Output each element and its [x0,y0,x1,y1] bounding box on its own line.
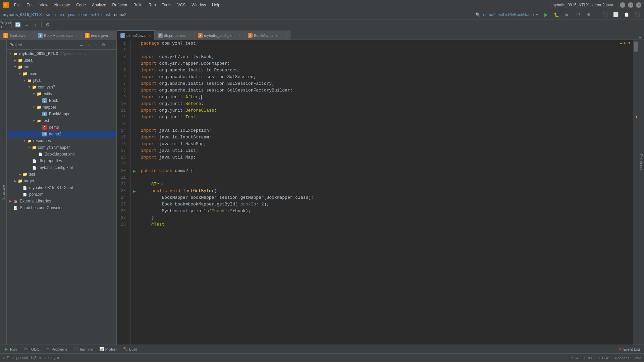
profile-button[interactable]: ⏱ [574,11,582,19]
menu-code[interactable]: Code [73,2,89,8]
menu-window[interactable]: Window [189,2,209,8]
tree-main[interactable]: ▼ 📁 main [7,70,116,77]
minimize-button[interactable]: ─ [620,2,625,8]
toolbar-btn2[interactable]: ≡ [22,21,31,29]
toolbar-gear[interactable]: ⚙ [44,21,52,29]
breadcrumb-java[interactable]: java [68,12,75,17]
menu-file[interactable]: File [11,2,23,8]
status-indent[interactable]: 4 spaces [614,356,629,360]
menu-analyze[interactable]: Analyze [89,2,109,8]
tree-test-src[interactable]: ▶ 📁 test [7,171,116,178]
tree-entity[interactable]: ▼ 📁 entity [7,90,116,97]
toolbar-extra3[interactable]: 📋 [623,11,631,19]
status-position[interactable]: 9:24 [571,356,578,360]
toolbar-extra2[interactable]: ⬜ [612,11,620,19]
tab-book-java[interactable]: J Book.java ✕ [0,31,35,40]
bot-problems-button[interactable]: ⚠ Problems [43,346,70,353]
tab-close-dbprops[interactable]: ✕ [188,34,191,37]
maximize-button[interactable]: □ [628,2,633,8]
code-scrollbar[interactable] [633,40,638,345]
gutter-run-23[interactable]: ▶ [131,188,138,194]
project-header-hide[interactable]: ─ [108,42,114,48]
tree-scratches[interactable]: 📝 Scratches and Consoles [7,204,116,211]
project-header-settings[interactable]: ⚙ [100,42,106,48]
tree-comyzh7-mapper[interactable]: ▼ 📁 com.yzh7.mapper [7,144,116,151]
search-icon[interactable]: 🔍 [475,12,480,17]
tab-mybatis-config[interactable]: X mybatis_config.xml ✕ [195,31,245,40]
toolbar-extra1[interactable]: ⬛ [601,11,609,19]
run-class-icon[interactable]: ▶ [133,168,136,174]
tab-scroll-buttons[interactable]: ▼ [636,36,644,40]
breadcrumb-yzh7[interactable]: yzh7 [91,12,99,17]
breadcrumb-main[interactable]: main [55,12,64,17]
tab-close-demo2[interactable]: ✕ [148,34,151,38]
bot-event-log-button[interactable]: ❷ Event Log [616,346,643,353]
toolbar-minus[interactable]: ─ [52,21,60,29]
menu-vcs[interactable]: VCS [175,2,189,8]
tree-external-libs[interactable]: ▶ 📚 External Libraries [7,198,116,204]
tree-iml[interactable]: 📄 mybatis_0815_KTLX.iml [7,184,116,191]
tab-demo2-java[interactable]: J demo2.java ✕ [117,31,155,40]
close-button[interactable]: ✕ [636,2,641,8]
tab-db-props[interactable]: P db.properties ✕ [155,31,195,40]
tree-book[interactable]: C Book [7,97,116,104]
bot-profiler-button[interactable]: 📊 Profiler [97,346,120,353]
tree-bookmapper-xml[interactable]: 📄 BookMapper.xml [7,151,116,158]
breadcrumb-src[interactable]: src [46,12,51,17]
scrollbar-thumb[interactable] [634,42,638,52]
code-content[interactable]: package com.yzh7.test; import com.yzh7.e… [138,40,633,345]
menu-navigate[interactable]: Navigate [52,2,73,8]
bot-build-button[interactable]: 🔨 Build [120,346,140,353]
menu-refactor[interactable]: Refactor [110,2,130,8]
bot-run-button[interactable]: ▶ Run [1,346,19,353]
breadcrumb-com[interactable]: com [79,12,87,17]
toolbar-project[interactable]: Project ▼ [1,21,9,29]
tree-target[interactable]: ▶ 📁 target [7,178,116,184]
menu-edit[interactable]: Edit [24,2,36,8]
menu-help[interactable]: Help [209,2,223,8]
tab-close-demo[interactable]: ✕ [111,34,113,37]
status-charset[interactable]: UTF-8 [599,356,609,360]
menu-view[interactable]: View [37,2,51,8]
structure-label[interactable]: Structure [1,185,5,200]
coverage-button[interactable]: ▶ [563,11,571,19]
breadcrumb-project[interactable]: mybatis_0815_KTLX [3,12,42,17]
toolbar-settings[interactable]: ⚙ [585,11,593,19]
tab-close-book[interactable]: ✕ [28,34,31,37]
tab-bookmapper-java[interactable]: I BookMapper.java ✕ [35,31,82,40]
project-header-btn2[interactable]: ≡ [86,42,92,48]
toolbar-btn1[interactable]: 🔄 [14,21,22,29]
tree-demo[interactable]: C demo [7,124,116,131]
tree-root[interactable]: ▼ 📁 mybatis_0815_KTLX D:\java-baties-sp [7,50,116,57]
gutter-run-20[interactable]: ▶ [131,168,138,174]
status-crlf[interactable]: CRLF [584,356,593,360]
database-label[interactable]: Database [639,154,643,170]
tree-test-folder[interactable]: ▼ 📁 test [7,117,116,124]
tree-pom[interactable]: 📄 pom.xml [7,191,116,198]
tree-mybatis-config[interactable]: 📄 mybatis_config.xml [7,164,116,171]
run-config-dropdown[interactable]: demo2.testListByBookName ▼ [483,12,539,17]
menu-build[interactable]: Build [131,2,145,8]
tab-demo-java[interactable]: J demo.java ✕ [82,31,117,40]
bot-terminal-button[interactable]: ⬛ Terminal [70,346,96,353]
tree-db-props[interactable]: 📄 db.properties [7,158,116,164]
menu-tools[interactable]: Tools [159,2,174,8]
tree-bookmapper[interactable]: I BookMapper [7,111,116,117]
run-method-icon[interactable]: ▶ [133,188,136,194]
menu-run[interactable]: Run [146,2,159,8]
project-header-btn1[interactable]: ☁ [78,42,84,48]
tab-close-bookmapper-xml[interactable]: ✕ [284,34,287,37]
tree-idea[interactable]: ▶ 📁 .idea [7,57,116,64]
tree-src[interactable]: ▼ 📁 src [7,64,116,70]
debug-button[interactable]: 🐛 [552,11,560,19]
tree-java[interactable]: ▼ 📁 java [7,77,116,84]
run-button[interactable]: ▶ [542,11,550,19]
tree-demo2[interactable]: C demo2 [7,131,116,137]
toolbar-btn3[interactable]: ↕ [31,21,39,29]
bot-todo-button[interactable]: ☑ TODO [20,346,42,353]
project-header-btn3[interactable]: ↕ [93,42,99,48]
tree-mapper-folder[interactable]: ▼ 📁 mapper [7,104,116,111]
breadcrumb-test[interactable]: test [104,12,110,17]
tab-close-bookmapper[interactable]: ✕ [75,34,78,37]
tree-resources[interactable]: ▼ 📁 resources [7,137,116,144]
